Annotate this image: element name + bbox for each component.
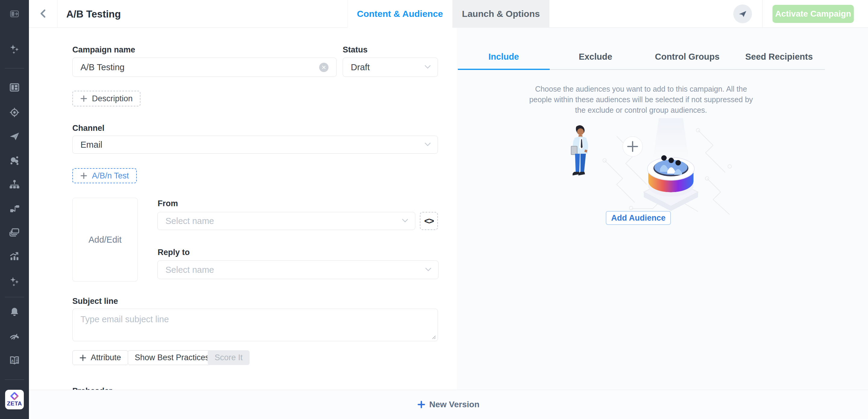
sidebar-item-cards-icon[interactable]: [8, 226, 21, 239]
sidebar-item-knowledge-book-icon[interactable]: A: [8, 354, 21, 367]
activate-campaign-button[interactable]: Activate Campaign: [772, 5, 854, 23]
light-beam: [653, 118, 689, 160]
close-icon: [322, 65, 326, 69]
new-version-label: New Version: [429, 400, 479, 409]
sidebar-item-layout-icon[interactable]: [8, 81, 21, 94]
reply-to-select[interactable]: Select name: [157, 261, 438, 279]
send-test-button[interactable]: [733, 4, 752, 23]
chevron-down-icon: [424, 65, 431, 69]
chevron-down-icon: [425, 267, 432, 272]
from-select[interactable]: Select name: [157, 212, 415, 230]
database-graphic: [644, 155, 698, 211]
channel-select[interactable]: Email: [72, 136, 438, 154]
status-select[interactable]: Draft: [343, 58, 438, 77]
paper-plane-icon: [738, 9, 747, 19]
sidebar-item-org-chart-icon[interactable]: [8, 178, 21, 191]
tab-content-audience[interactable]: Content & Audience: [347, 0, 453, 28]
plus-icon: [80, 172, 87, 179]
code-view-button[interactable]: <>: [420, 212, 438, 230]
audience-tabs: Include Exclude Control Groups Seed Reci…: [458, 45, 825, 70]
new-version-button[interactable]: New Version: [417, 400, 479, 409]
best-practices-label: Show Best Practices: [135, 353, 210, 362]
sidebar: A ZETA: [0, 0, 29, 419]
clear-campaign-name-button[interactable]: [319, 63, 329, 72]
sidebar-collapse-toggle-icon[interactable]: [8, 7, 21, 21]
subject-line-wrap: [72, 309, 438, 341]
audience-description: Choose the audiences you want to add to …: [525, 84, 757, 115]
content-area: Campaign name Status Draft Description C…: [29, 28, 868, 390]
show-best-practices-button[interactable]: Show Best Practices: [128, 350, 216, 365]
reply-to-label: Reply to: [158, 248, 190, 257]
sidebar-item-flow-icon[interactable]: [8, 202, 21, 215]
zeta-logo[interactable]: ZETA: [5, 390, 24, 409]
tab-control-groups[interactable]: Control Groups: [641, 45, 733, 70]
footer-bar: New Version: [29, 390, 868, 419]
page-title: A/B Testing: [66, 8, 121, 20]
reply-to-placeholder: Select name: [165, 265, 214, 275]
plus-icon: [79, 354, 87, 361]
from-placeholder: Select name: [165, 216, 214, 226]
add-attribute-button[interactable]: Attribute: [72, 350, 128, 365]
svg-text:A: A: [11, 359, 14, 363]
sidebar-divider: [5, 68, 24, 68]
campaign-editor-app: A ZETA A/B Testing Content & Audience La…: [0, 0, 868, 419]
campaign-name-label: Campaign name: [72, 45, 135, 55]
tab-exclude[interactable]: Exclude: [550, 45, 642, 70]
chevron-down-icon: [402, 218, 408, 223]
back-button[interactable]: [34, 5, 52, 22]
header-tabs: Content & Audience Launch & Options: [347, 0, 550, 28]
subject-line-label: Subject line: [72, 297, 118, 306]
sidebar-divider: [5, 297, 24, 297]
channel-label: Channel: [72, 124, 104, 133]
score-it-label: Score It: [215, 353, 243, 362]
zeta-diamond-icon: [10, 392, 19, 400]
tab-seed-recipients[interactable]: Seed Recipients: [733, 45, 825, 70]
sidebar-item-cluster-icon[interactable]: [8, 154, 21, 167]
status-value: Draft: [351, 62, 370, 72]
campaign-form-panel: Campaign name Status Draft Description C…: [29, 28, 457, 390]
add-audience-button[interactable]: Add Audience: [606, 211, 671, 225]
tab-launch-options[interactable]: Launch & Options: [453, 0, 550, 28]
add-abn-test-button[interactable]: A/B/n Test: [72, 168, 137, 183]
add-edit-label: Add/Edit: [89, 235, 122, 245]
plus-icon: [80, 95, 87, 102]
plus-icon: [417, 400, 425, 409]
sidebar-divider: [5, 380, 24, 380]
status-label: Status: [343, 45, 368, 55]
add-description-button[interactable]: Description: [72, 91, 141, 107]
attribute-label: Attribute: [91, 353, 121, 362]
sidebar-item-notifications-bell-icon[interactable]: [8, 305, 21, 318]
abn-test-label: A/B/n Test: [92, 171, 129, 181]
add-edit-content-button[interactable]: Add/Edit: [72, 198, 138, 281]
from-label: From: [158, 199, 178, 208]
plus-bubble-icon[interactable]: [623, 137, 643, 156]
preheader-label: Preheader: [72, 386, 112, 390]
person-illustration: [571, 125, 588, 175]
subject-line-textarea[interactable]: [72, 309, 438, 341]
score-it-button[interactable]: Score It: [208, 350, 250, 365]
channel-value: Email: [81, 140, 102, 150]
campaign-name-input[interactable]: [72, 58, 337, 77]
chevron-left-icon: [38, 7, 48, 20]
sidebar-item-analytics-icon[interactable]: [8, 249, 21, 263]
code-glyph: <>: [424, 216, 433, 226]
audience-panel: Include Exclude Control Groups Seed Reci…: [457, 28, 868, 390]
header-divider: [762, 0, 763, 28]
sidebar-item-ai-sparkles-icon[interactable]: [8, 42, 21, 56]
resize-grip-icon[interactable]: [431, 335, 436, 339]
sidebar-item-signal-icon[interactable]: [8, 329, 21, 343]
audience-empty-illustration: [556, 118, 737, 218]
chevron-down-icon: [424, 142, 431, 147]
add-description-label: Description: [92, 94, 133, 103]
zeta-logo-text: ZETA: [7, 400, 22, 407]
header: A/B Testing Content & Audience Launch & …: [29, 0, 868, 28]
header-divider: [57, 0, 58, 28]
tab-include[interactable]: Include: [458, 45, 550, 70]
sidebar-item-send-icon[interactable]: [8, 130, 21, 143]
sidebar-item-ai-sparkles2-icon[interactable]: [8, 275, 21, 288]
sidebar-item-target-icon[interactable]: [8, 106, 21, 119]
